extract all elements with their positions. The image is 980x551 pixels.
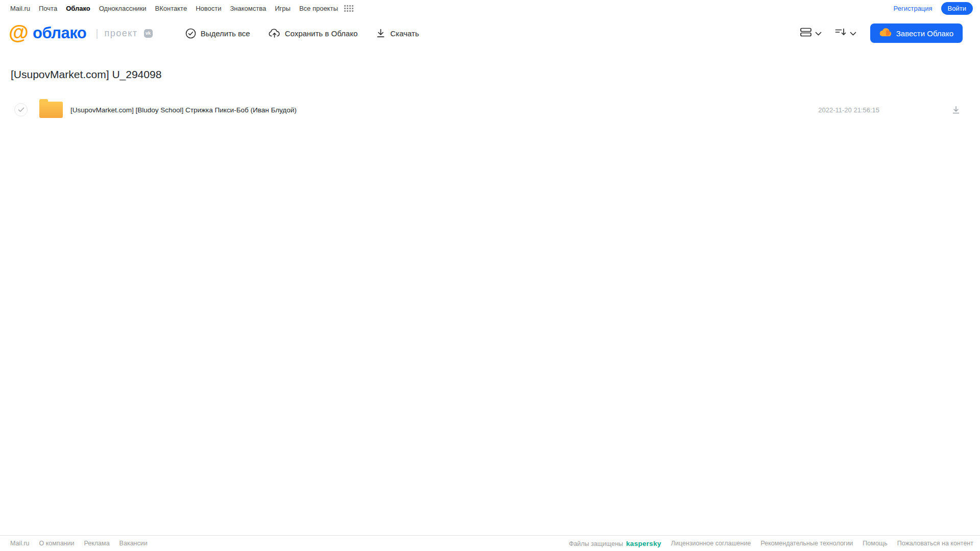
footer-mailru-link[interactable]: Mail.ru [10,540,30,547]
footer-right-links: Файлы защищены kaspersky Лицензионное со… [569,540,973,547]
view-controls: Завести Облако [799,23,963,43]
project-label: проект [105,28,138,39]
view-mode-dropdown[interactable] [799,26,823,41]
nav-igry[interactable]: Игры [275,5,291,12]
logo-divider: | [95,28,98,39]
footer-left-links: Mail.ru О компании Реклама Вакансии [10,540,148,547]
action-toolbar: Выделить все Сохранить в Облако Скачать [185,28,419,39]
nav-odnoklassniki[interactable]: Одноклассники [99,5,147,12]
footer-ads-link[interactable]: Реклама [84,540,109,547]
logo-text: облако [33,24,86,42]
check-circle-icon [185,28,196,39]
kaspersky-protection: Файлы защищены kaspersky [569,540,661,547]
main-content: [UsupovMarket.com] U_294098 [UsupovMarke… [0,68,980,120]
footer-license-link[interactable]: Лицензионное соглашение [671,540,751,547]
create-cloud-button[interactable]: Завести Облако [870,23,963,43]
chevron-down-icon [850,29,856,38]
nav-pochta[interactable]: Почта [39,5,57,12]
sort-dropdown[interactable] [833,26,857,41]
cloud-icon [879,28,892,38]
protected-label: Файлы защищены [569,540,623,547]
file-date: 2022-11-20 21:56:15 [818,106,879,114]
nav-oblako[interactable]: Облако [66,5,90,12]
create-cloud-label: Завести Облако [896,29,953,38]
footer-about-link[interactable]: О компании [39,540,75,547]
list-view-icon [800,27,812,40]
page-title: [UsupovMarket.com] U_294098 [11,68,970,81]
download-icon [376,28,386,38]
footer-jobs-link[interactable]: Вакансии [119,540,148,547]
select-all-label: Выделить все [201,29,250,38]
sort-icon [834,27,847,40]
apps-grid-icon[interactable] [344,5,353,12]
nav-mailru[interactable]: Mail.ru [10,5,30,12]
portal-nav: Mail.ru Почта Облако Одноклассники ВКонт… [0,0,980,16]
footer-help-link[interactable]: Помощь [863,540,887,547]
download-button[interactable]: Скачать [376,28,419,38]
header: @ облако | проект vk Выделить все Сохран… [0,18,980,48]
save-to-cloud-label: Сохранить в Облако [285,29,358,38]
file-name[interactable]: [UsupovMarket.com] [Bludoy School] Стриж… [70,106,818,114]
nav-vkontakte[interactable]: ВКонтакте [155,5,187,12]
select-all-button[interactable]: Выделить все [185,28,250,39]
cloud-public-page: Mail.ru Почта Облако Одноклассники ВКонт… [0,0,980,551]
row-checkbox[interactable] [14,103,28,116]
login-button[interactable]: Войти [941,2,973,15]
nav-novosti[interactable]: Новости [196,5,221,12]
cloud-logo[interactable]: @ облако | проект vk [9,24,153,42]
registration-link[interactable]: Регистрация [894,5,933,12]
download-label: Скачать [390,29,419,38]
mailru-at-icon: @ [9,22,29,42]
folder-icon [39,102,63,118]
file-row[interactable]: [UsupovMarket.com] [Bludoy School] Стриж… [10,100,970,120]
kaspersky-logo[interactable]: kaspersky [626,540,661,547]
nav-all-projects[interactable]: Все проекты [299,5,338,12]
vk-icon: vk [144,29,153,38]
chevron-down-icon [815,29,822,38]
footer-recommendations-link[interactable]: Рекомендательные технологии [760,540,853,547]
nav-znakomstva[interactable]: Знакомства [230,5,266,12]
cloud-upload-icon [269,28,280,39]
footer: Mail.ru О компании Реклама Вакансии Файл… [0,535,980,551]
row-download-icon[interactable] [951,105,961,114]
save-to-cloud-button[interactable]: Сохранить в Облако [269,28,358,39]
footer-report-link[interactable]: Пожаловаться на контент [897,540,973,547]
